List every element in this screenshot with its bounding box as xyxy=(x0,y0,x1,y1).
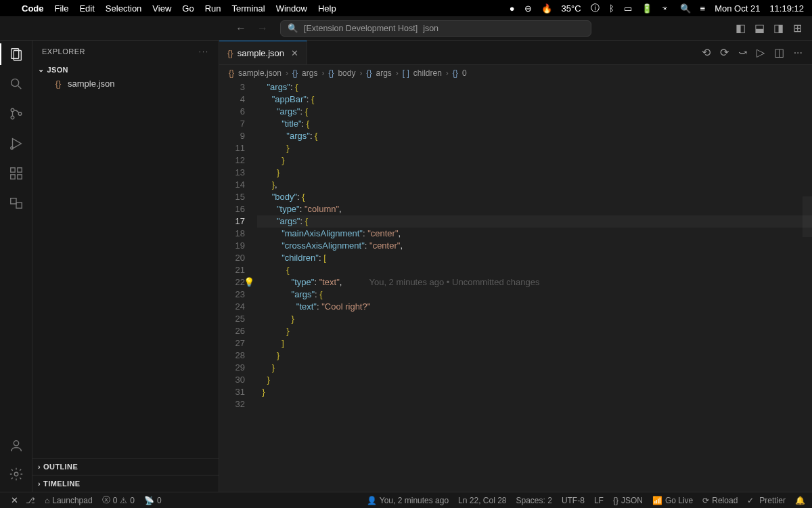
file-item[interactable]: {} sample.json xyxy=(32,77,219,91)
temperature[interactable]: 35°C xyxy=(562,3,581,14)
code-line[interactable]: } xyxy=(257,386,812,398)
code-line[interactable]: "type": "column", xyxy=(257,203,812,215)
code-line[interactable]: "args": { xyxy=(257,215,812,228)
outline-section[interactable]: ›OUTLINE xyxy=(32,458,219,475)
code-line[interactable]: } xyxy=(257,142,812,154)
code-line[interactable]: { xyxy=(257,264,812,276)
menu-go[interactable]: Go xyxy=(182,3,194,14)
status-encoding[interactable]: UTF-8 xyxy=(562,496,585,505)
menu-run[interactable]: Run xyxy=(205,3,221,14)
control-center-icon[interactable]: ≡ xyxy=(700,3,706,14)
status-problems[interactable]: ⓧ 0 ⚠ 0 xyxy=(102,494,135,506)
bluetooth-icon[interactable]: ᛒ xyxy=(609,3,614,14)
editor-action-refresh-icon[interactable]: ⟳ xyxy=(720,46,729,59)
activity-extensions-icon[interactable] xyxy=(8,165,24,182)
code-line[interactable]: "args": { xyxy=(257,106,812,118)
display-icon[interactable]: ▭ xyxy=(624,3,632,14)
status-bell-icon[interactable]: 🔔 xyxy=(795,496,805,505)
code-line[interactable]: "mainAxisAlignment": "center", xyxy=(257,228,812,240)
code-line[interactable]: } xyxy=(257,167,812,179)
code-line[interactable]: }, xyxy=(257,179,812,191)
battery-icon[interactable]: 🔋 xyxy=(641,3,652,14)
activity-scm-icon[interactable] xyxy=(8,106,24,122)
code-line[interactable]: "appBar": { xyxy=(257,93,812,106)
code-line[interactable]: "args": { xyxy=(257,81,812,93)
dnd-icon[interactable]: ⊖ xyxy=(524,3,532,14)
info-icon[interactable]: ⓘ xyxy=(591,2,600,14)
menu-file[interactable]: File xyxy=(55,3,69,14)
menu-time[interactable]: 11:19:12 xyxy=(769,3,804,14)
status-git-branch[interactable]: ⎇ xyxy=(26,496,35,505)
status-indent[interactable]: Spaces: 2 xyxy=(516,496,552,505)
code-line[interactable]: "args": { xyxy=(257,289,812,301)
code-line[interactable] xyxy=(257,398,812,410)
crumb[interactable]: 0 xyxy=(462,68,467,78)
nav-forward-icon[interactable]: → xyxy=(257,22,268,35)
menu-help[interactable]: Help xyxy=(318,3,336,14)
code-line[interactable]: "title": { xyxy=(257,118,812,130)
status-golive[interactable]: 📶 Go Live xyxy=(652,496,693,505)
crumb[interactable]: sample.json xyxy=(238,68,281,78)
crumb[interactable]: args xyxy=(376,68,391,78)
menu-window[interactable]: Window xyxy=(276,3,307,14)
status-language[interactable]: {} JSON xyxy=(613,496,643,505)
activity-explorer-icon[interactable] xyxy=(8,46,24,62)
command-center[interactable]: 🔍 [Extension Development Host] json xyxy=(280,20,591,37)
code-editor[interactable]: 3467911121314151617181920212223242526272… xyxy=(219,81,812,492)
menu-date[interactable]: Mon Oct 21 xyxy=(715,3,760,14)
activity-remote-icon[interactable] xyxy=(8,195,24,211)
status-launchpad[interactable]: ⌂ Launchpad xyxy=(45,496,93,505)
explorer-more-icon[interactable]: ··· xyxy=(199,47,209,56)
status-blame[interactable]: 👤 You, 2 minutes ago xyxy=(367,496,449,505)
status-reload[interactable]: ⟳ Reload xyxy=(702,496,738,505)
crumb[interactable]: children xyxy=(413,68,442,78)
app-name[interactable]: Code xyxy=(22,3,44,14)
status-eol[interactable]: LF xyxy=(594,496,604,505)
spotlight-icon[interactable]: 🔍 xyxy=(680,3,691,14)
code-line[interactable]: "text": "Cool right?" xyxy=(257,301,812,313)
crumb[interactable]: body xyxy=(338,68,355,78)
record-icon[interactable]: ● xyxy=(510,3,515,14)
code-line[interactable]: ] xyxy=(257,337,812,350)
code-body[interactable]: "args": { "appBar": { "args": { "title":… xyxy=(257,81,812,492)
activity-search-icon[interactable] xyxy=(8,76,24,92)
menu-terminal[interactable]: Terminal xyxy=(232,3,265,14)
activity-settings-icon[interactable] xyxy=(8,466,24,482)
folder-root[interactable]: ⌄ JSON xyxy=(32,62,219,77)
status-cursor[interactable]: Ln 22, Col 28 xyxy=(458,496,506,505)
menu-selection[interactable]: Selection xyxy=(106,3,141,14)
code-line[interactable]: } xyxy=(257,362,812,374)
remote-indicator-icon[interactable]: ✕ xyxy=(7,495,22,505)
code-line[interactable]: } xyxy=(257,154,812,167)
code-line[interactable]: } xyxy=(257,374,812,386)
breadcrumb[interactable]: {}sample.json › {}args › {}body › {}args… xyxy=(219,65,812,81)
status-prettier[interactable]: Prettier xyxy=(747,496,786,505)
status-ports[interactable]: 📡 0 xyxy=(144,496,162,505)
activity-run-debug-icon[interactable] xyxy=(8,135,24,152)
code-line[interactable]: 💡 "type": "text",You, 2 minutes ago • Un… xyxy=(257,276,812,289)
close-icon[interactable]: ✕ xyxy=(291,48,298,58)
code-line[interactable]: "crossAxisAlignment": "center", xyxy=(257,240,812,252)
code-line[interactable]: "children": [ xyxy=(257,252,812,264)
code-line[interactable]: "args": { xyxy=(257,130,812,142)
editor-action-split-icon[interactable]: ◫ xyxy=(774,46,784,59)
crumb[interactable]: args xyxy=(302,68,317,78)
editor-action-more-icon[interactable]: ··· xyxy=(794,47,803,59)
layout-panel-icon[interactable]: ⬓ xyxy=(754,23,765,34)
activity-account-icon[interactable] xyxy=(8,438,24,454)
tab-sample-json[interactable]: {} sample.json ✕ xyxy=(219,41,307,64)
editor-action-next-icon[interactable]: ⤻ xyxy=(738,46,747,59)
nav-back-icon[interactable]: ← xyxy=(235,22,246,35)
code-line[interactable]: } xyxy=(257,325,812,337)
menu-edit[interactable]: Edit xyxy=(79,3,94,14)
code-line[interactable]: } xyxy=(257,350,812,362)
wifi-icon[interactable]: ᯤ xyxy=(662,3,671,14)
menu-view[interactable]: View xyxy=(152,3,171,14)
scrollbar-thumb[interactable] xyxy=(803,196,812,237)
timeline-section[interactable]: ›TIMELINE xyxy=(32,475,219,492)
editor-action-run-icon[interactable]: ▷ xyxy=(757,46,765,59)
editor-action-prev-icon[interactable]: ⟲ xyxy=(702,46,710,59)
code-line[interactable]: } xyxy=(257,313,812,325)
layout-custom-icon[interactable]: ⊞ xyxy=(792,23,803,34)
lightbulb-icon[interactable]: 💡 xyxy=(244,276,254,289)
